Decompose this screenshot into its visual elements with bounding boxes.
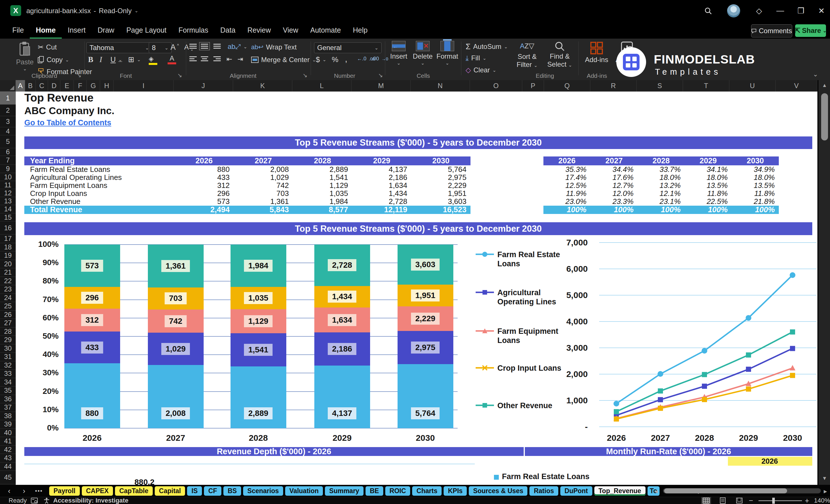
tab-list-icon[interactable]: ••• (33, 488, 44, 494)
row-header-12[interactable]: 12 (0, 189, 16, 197)
zoom-slider-thumb[interactable] (772, 498, 775, 504)
font-size-select[interactable]: 8⌄ (149, 42, 171, 53)
italic-button[interactable]: I (99, 55, 102, 64)
row-header-13[interactable]: 13 (0, 197, 16, 205)
column-header-I[interactable]: I (114, 80, 173, 92)
sheet-canvas[interactable]: Top Revenue ABC Company Inc. Go to Table… (16, 92, 818, 485)
column-header-Q[interactable]: Q (544, 80, 590, 92)
column-header-U[interactable]: U (729, 80, 776, 92)
menu-item-file[interactable]: File (6, 22, 30, 39)
pct-row[interactable]: 100%100%100%100%100% (543, 206, 779, 214)
decrease-decimal-button[interactable]: .00→0 (372, 56, 388, 62)
sheet-tab-capital[interactable]: Capital (155, 486, 185, 496)
column-header-A[interactable]: A (16, 80, 25, 92)
premium-diamond-icon[interactable]: ◇ (751, 0, 767, 22)
pct-row[interactable]: 12.5%12.7%13.2%13.5%13.5% (543, 181, 779, 189)
autosum-button[interactable]: ΣAutoSum⌄ (466, 42, 508, 51)
zoom-level[interactable]: 140% (814, 497, 830, 504)
sheet-tab-is[interactable]: IS (187, 486, 202, 496)
column-header-H[interactable]: H (100, 80, 114, 92)
underline-button[interactable]: U⌄ (110, 55, 122, 64)
column-header-J[interactable]: J (173, 80, 233, 92)
row-header-15[interactable]: 15 (0, 213, 16, 221)
page-layout-view-button[interactable] (718, 497, 728, 504)
rev-row[interactable]: Total Revenue2,4945,8438,57712,11916,523 (24, 206, 471, 214)
vertical-scroll-thumb[interactable] (821, 93, 828, 140)
row-header-5[interactable]: 5 (0, 135, 16, 148)
column-header-C[interactable]: C (36, 80, 48, 92)
merge-center-button[interactable]: Merge & Center⌄ (251, 56, 316, 64)
column-header-E[interactable]: E (60, 80, 74, 92)
menu-item-data[interactable]: Data (214, 22, 242, 39)
align-left-button[interactable] (189, 56, 197, 61)
sheet-tab-be[interactable]: BE (365, 486, 383, 496)
sheet-tab-summary[interactable]: Summary (325, 486, 363, 496)
row-header-34[interactable]: 34 (0, 378, 16, 387)
row-header-26[interactable]: 26 (0, 311, 16, 319)
sheet-tab-charts[interactable]: Charts (412, 486, 442, 496)
row-header-27[interactable]: 27 (0, 319, 16, 327)
title-chevron-down-icon[interactable]: ⌄ (134, 8, 138, 13)
accessibility-icon[interactable] (43, 497, 50, 504)
paste-button[interactable]: Paste ⌄ (15, 41, 35, 71)
comma-style-button[interactable]: , (345, 54, 347, 64)
row-header-44[interactable]: 44 (0, 463, 16, 471)
row-header-3[interactable]: 3 (0, 116, 16, 127)
menu-item-insert[interactable]: Insert (62, 22, 92, 39)
find-select-button[interactable]: Find & Select ⌄ (545, 41, 575, 68)
sheet-tab-captable[interactable]: CapTable (115, 486, 153, 496)
rev-row[interactable]: Farm Equipment Loans3127421,1291,6342,22… (24, 181, 471, 189)
column-header-O[interactable]: O (470, 80, 522, 92)
macro-record-icon[interactable] (31, 497, 38, 504)
column-header-F[interactable]: F (74, 80, 87, 92)
zoom-in-button[interactable]: + (805, 497, 809, 504)
restore-button[interactable]: ❐ (793, 0, 809, 22)
row-header-37[interactable]: 37 (0, 403, 16, 412)
menu-item-formulas[interactable]: Formulas (172, 22, 214, 39)
year-highlight-cell[interactable]: 2026 (728, 457, 812, 466)
align-bottom-button[interactable] (213, 44, 221, 49)
column-header-V[interactable]: V (776, 80, 818, 92)
column-header-T[interactable]: T (683, 80, 729, 92)
row-header-43[interactable]: 43 (0, 454, 16, 463)
rev-row[interactable]: Crop Input Loans2967031,0351,4341,951 (24, 190, 471, 198)
row-header-18[interactable]: 18 (0, 243, 16, 252)
clipboard-dialog-launcher-icon[interactable]: ↘ (77, 72, 82, 78)
row-header-10[interactable]: 10 (0, 173, 16, 181)
user-avatar[interactable] (727, 4, 740, 18)
scroll-up-icon[interactable]: ▲ (819, 83, 830, 88)
table-of-contents-link[interactable]: Go to Table of Contents (24, 119, 111, 127)
row-header-14[interactable]: 14 (0, 205, 16, 213)
zoom-slider[interactable] (759, 500, 802, 501)
font-color-button[interactable]: A (168, 54, 176, 64)
row-header-41[interactable]: 41 (0, 437, 16, 446)
pct-row[interactable]: 35.3%34.4%33.7%34.1%34.9% (543, 165, 779, 174)
menu-item-page-layout[interactable]: Page Layout (120, 22, 172, 39)
search-icon[interactable] (700, 0, 716, 22)
comments-button[interactable]: Comments (751, 24, 792, 37)
rev-row[interactable]: Farm Real Estate Loans8802,0082,8894,137… (24, 165, 471, 174)
row-header-16[interactable]: 16 (0, 221, 16, 234)
row-header-45[interactable]: 45 (0, 471, 16, 484)
horizontal-scrollbar[interactable] (663, 488, 821, 494)
stacked-bar-chart[interactable]: 8804333122965732,0081,0297427031,3612,88… (64, 245, 458, 428)
align-middle-button[interactable] (201, 44, 208, 49)
sheet-tab-payroll[interactable]: Payroll (49, 486, 80, 496)
sheet-tab-dupont[interactable]: DuPont (560, 486, 592, 496)
normal-view-button[interactable] (701, 497, 711, 504)
hscroll-left-icon[interactable]: ◀ (655, 489, 658, 494)
collapse-ribbon-chevron-icon[interactable]: ⌄ (813, 71, 818, 78)
column-header-N[interactable]: N (411, 80, 470, 92)
row-header-38[interactable]: 38 (0, 412, 16, 420)
legend-farm-equipment-loans[interactable]: Farm Equipment Loans (476, 327, 568, 345)
row-header-42[interactable]: 42 (0, 446, 16, 454)
align-top-button[interactable] (189, 44, 197, 49)
page-break-view-button[interactable] (734, 497, 744, 504)
row-header-4[interactable]: 4 (0, 127, 16, 135)
row-header-19[interactable]: 19 (0, 251, 16, 260)
increase-font-button[interactable]: A^ (170, 43, 179, 52)
accessibility-status[interactable]: Accessibility: Investigate (53, 497, 128, 504)
sheet-tab-ratios[interactable]: Ratios (530, 486, 558, 496)
row-header-39[interactable]: 39 (0, 420, 16, 429)
row-header-2[interactable]: 2 (0, 105, 16, 116)
